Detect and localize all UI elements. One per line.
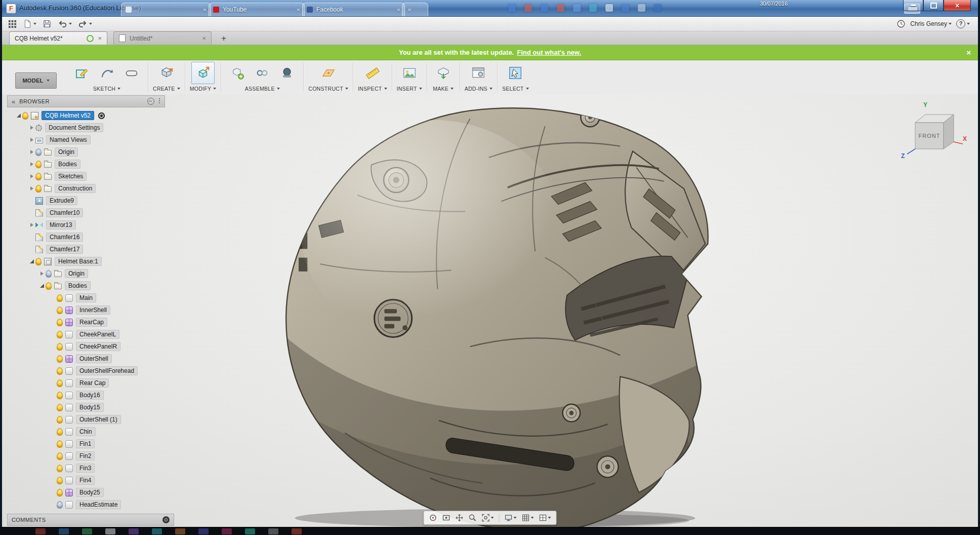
- save-button[interactable]: [43, 19, 52, 28]
- tree-item[interactable]: Fin3: [7, 462, 165, 474]
- doc-tab-untitled[interactable]: Untitled* ×: [113, 31, 212, 45]
- sketch-dropdown[interactable]: SKETCH: [93, 86, 120, 92]
- taskbar-icon[interactable]: [59, 528, 69, 534]
- make-3d-print-button[interactable]: [432, 62, 455, 84]
- select-button[interactable]: [504, 62, 527, 84]
- visibility-bulb-icon[interactable]: [57, 452, 63, 460]
- tree-item[interactable]: OuterShell: [7, 353, 165, 365]
- tree-item[interactable]: Document Settings: [7, 122, 165, 134]
- tab-close-icon[interactable]: ×: [202, 6, 207, 14]
- construct-dropdown[interactable]: CONSTRUCT: [308, 86, 348, 92]
- select-dropdown[interactable]: SELECT: [502, 86, 529, 92]
- tree-item[interactable]: Body25: [7, 486, 165, 499]
- new-tab-button[interactable]: +: [219, 34, 229, 43]
- visibility-bulb-icon[interactable]: [57, 392, 63, 399]
- visibility-bulb-icon[interactable]: [57, 477, 63, 484]
- visibility-bulb-icon[interactable]: [57, 440, 63, 448]
- taskbar-icon[interactable]: [152, 528, 162, 534]
- fit-icon[interactable]: [480, 513, 496, 523]
- press-pull-button[interactable]: [191, 62, 215, 84]
- tree-item[interactable]: OuterShell (1): [7, 413, 165, 426]
- close-tab-icon[interactable]: ×: [98, 34, 102, 42]
- visibility-bulb-icon[interactable]: [57, 343, 63, 351]
- help-menu[interactable]: ?: [956, 19, 970, 28]
- insert-dropdown[interactable]: INSERT: [397, 86, 422, 92]
- taskbar-icon[interactable]: [129, 528, 139, 534]
- taskbar-icon[interactable]: [292, 528, 302, 534]
- assemble-dropdown[interactable]: ASSEMBLE: [245, 86, 280, 92]
- windows-taskbar[interactable]: [0, 527, 980, 535]
- visibility-bulb-icon[interactable]: [57, 379, 63, 387]
- user-account-menu[interactable]: Chris Gensey: [910, 20, 952, 27]
- taskbar-icon[interactable]: [82, 528, 92, 534]
- tree-item[interactable]: InnerShell: [7, 304, 165, 316]
- tree-item[interactable]: Bodies: [7, 158, 165, 170]
- orbit-icon[interactable]: [427, 513, 439, 523]
- redo-button[interactable]: [78, 19, 92, 29]
- expand-arrow-icon[interactable]: [28, 173, 35, 180]
- display-settings-icon[interactable]: [503, 513, 519, 523]
- collapse-panel-icon[interactable]: «: [12, 98, 15, 105]
- tree-item[interactable]: CheekPanelL: [7, 328, 165, 340]
- tree-item[interactable]: Chamfer16: [7, 231, 165, 243]
- visibility-bulb-icon[interactable]: [57, 428, 63, 436]
- doc-tab-cqb-helmet[interactable]: CQB Helmet v52* ×: [9, 31, 107, 45]
- collapse-all-icon[interactable]: [147, 98, 154, 105]
- maximize-button[interactable]: [923, 0, 944, 11]
- new-component-button[interactable]: [226, 62, 249, 84]
- tree-item[interactable]: Fin4: [7, 474, 165, 486]
- expand-arrow-icon[interactable]: [28, 258, 35, 265]
- sketch-slot-button[interactable]: [120, 62, 143, 84]
- visibility-bulb-icon[interactable]: [57, 489, 63, 496]
- create-form-button[interactable]: [155, 62, 178, 84]
- visibility-bulb-icon[interactable]: [57, 367, 63, 375]
- taskbar-icon[interactable]: [245, 528, 255, 534]
- tree-item[interactable]: CQB Helmet v52: [7, 109, 165, 122]
- tree-item[interactable]: Extrude9: [7, 195, 165, 207]
- taskbar-icon[interactable]: [35, 528, 46, 534]
- tree-item[interactable]: Main: [7, 292, 165, 304]
- inspect-dropdown[interactable]: INSPECT: [358, 86, 387, 92]
- visibility-bulb-icon[interactable]: [57, 404, 63, 411]
- tree-item[interactable]: Chin: [7, 426, 165, 438]
- tree-item[interactable]: Chamfer10: [7, 207, 165, 219]
- joint-button[interactable]: [251, 62, 274, 84]
- addins-dropdown[interactable]: ADD-INS: [465, 86, 493, 92]
- visibility-bulb-icon[interactable]: [22, 112, 28, 120]
- title-bar[interactable]: F Autodesk Fusion 360 (Education License…: [2, 0, 978, 17]
- pan-icon[interactable]: [454, 513, 466, 523]
- tree-item[interactable]: Named Views: [7, 134, 165, 146]
- taskbar-icon[interactable]: [175, 528, 185, 534]
- visibility-bulb-icon[interactable]: [57, 416, 63, 424]
- taskbar-icon[interactable]: [198, 528, 209, 534]
- tree-item[interactable]: Fin2: [7, 450, 165, 462]
- comment-bubble-icon[interactable]: [162, 516, 170, 523]
- background-browser-tab[interactable]: Facebook ×: [302, 3, 405, 16]
- tree-item[interactable]: OuterShellForehead: [7, 365, 165, 377]
- background-browser-tab[interactable]: ×: [121, 3, 211, 16]
- tree-item[interactable]: Chamfer17: [7, 243, 165, 255]
- expand-arrow-icon[interactable]: [38, 270, 46, 277]
- tree-item[interactable]: HeadEstimate: [7, 499, 165, 511]
- panel-grip[interactable]: [158, 98, 160, 104]
- look-at-icon[interactable]: [440, 513, 453, 523]
- tree-item[interactable]: Bodies: [7, 280, 165, 292]
- visibility-bulb-icon[interactable]: [57, 465, 63, 472]
- expand-arrow-icon[interactable]: [28, 148, 35, 156]
- rigid-group-button[interactable]: [275, 62, 299, 84]
- tree-item[interactable]: Origin: [7, 146, 165, 158]
- tab-close-icon[interactable]: ×: [296, 6, 300, 14]
- background-browser-tab-stub[interactable]: ×: [402, 3, 428, 16]
- whats-new-link[interactable]: Find out what's new.: [517, 49, 581, 56]
- tree-item[interactable]: Mirror13: [7, 219, 165, 231]
- comments-panel[interactable]: COMMENTS: [7, 514, 174, 526]
- tree-item[interactable]: Helmet Base:1: [7, 255, 165, 268]
- visibility-bulb-icon[interactable]: [35, 258, 42, 265]
- expand-arrow-icon[interactable]: [38, 282, 46, 289]
- grid-settings-icon[interactable]: [520, 513, 536, 523]
- tree-item[interactable]: Rear Cap: [7, 377, 165, 389]
- tree-item[interactable]: CheekPanelR: [7, 340, 165, 353]
- scripts-addins-button[interactable]: [467, 62, 490, 84]
- make-dropdown[interactable]: MAKE: [433, 86, 454, 92]
- expand-arrow-icon[interactable]: [15, 112, 22, 119]
